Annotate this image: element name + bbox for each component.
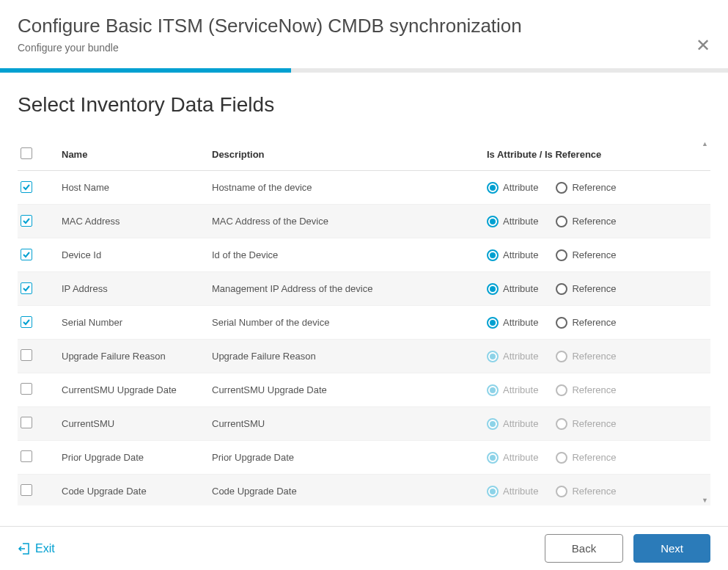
row-description: CurrentSMU Upgrade Date (212, 384, 487, 395)
row-checkbox[interactable] (21, 181, 32, 193)
radio-icon (556, 249, 567, 261)
row-checkbox[interactable] (21, 349, 32, 361)
radio-icon (556, 384, 567, 396)
table-row: Prior Upgrade DatePrior Upgrade DateAttr… (18, 441, 710, 475)
radio-icon (487, 351, 499, 362)
radio-icon (487, 452, 499, 464)
radio-icon (487, 283, 499, 295)
page-subtitle: Configure your bundle (18, 42, 710, 54)
table-row: CurrentSMU Upgrade DateCurrentSMU Upgrad… (18, 373, 710, 407)
row-description: Upgrade Failure Reason (212, 351, 487, 362)
radio-attribute-label: Attribute (503, 452, 538, 463)
row-checkbox[interactable] (21, 417, 32, 428)
radio-attribute-label: Attribute (503, 182, 538, 193)
row-name: Prior Upgrade Date (62, 452, 212, 463)
row-checkbox[interactable] (21, 282, 32, 294)
row-description: Serial Number of the device (212, 317, 487, 328)
row-description: Code Upgrade Date (212, 486, 487, 497)
radio-reference[interactable]: Reference (556, 317, 616, 329)
radio-attribute: Attribute (487, 351, 538, 362)
table-row: Serial NumberSerial Number of the device… (18, 306, 710, 340)
radio-attribute-label: Attribute (503, 317, 538, 328)
radio-reference[interactable]: Reference (556, 249, 616, 261)
row-description: Id of the Device (212, 249, 487, 260)
row-checkbox[interactable] (21, 484, 32, 496)
radio-group: AttributeReference (487, 216, 707, 227)
content-area: Select Inventory Data Fields ▲ Name Desc… (0, 73, 728, 505)
radio-icon (556, 283, 567, 295)
row-description: Prior Upgrade Date (212, 452, 487, 463)
radio-reference[interactable]: Reference (556, 216, 616, 227)
radio-reference: Reference (556, 351, 616, 362)
radio-attribute[interactable]: Attribute (487, 283, 538, 295)
radio-group: AttributeReference (487, 418, 707, 430)
scroll-down-icon[interactable]: ▼ (702, 497, 708, 504)
exit-label: Exit (35, 542, 55, 555)
table-row: Code Upgrade DateCode Upgrade DateAttrib… (18, 475, 710, 505)
radio-attribute: Attribute (487, 384, 538, 396)
footer: Exit Back Next (0, 526, 728, 570)
row-name: Code Upgrade Date (62, 486, 212, 497)
radio-group: AttributeReference (487, 317, 707, 329)
radio-icon (556, 351, 567, 362)
table-header-row: Name Description Is Attribute / Is Refer… (18, 139, 710, 171)
row-checkbox[interactable] (21, 316, 32, 328)
radio-reference-label: Reference (572, 216, 616, 227)
radio-reference: Reference (556, 384, 616, 396)
radio-reference[interactable]: Reference (556, 182, 616, 194)
table-body: Host NameHostname of the deviceAttribute… (18, 171, 710, 505)
row-name: Device Id (62, 249, 212, 260)
row-description: Hostname of the device (212, 182, 487, 193)
row-name: Upgrade Failure Reason (62, 351, 212, 362)
close-icon: ✕ (696, 35, 710, 55)
radio-attribute[interactable]: Attribute (487, 216, 538, 227)
close-button[interactable]: ✕ (696, 37, 710, 54)
row-name: CurrentSMU Upgrade Date (62, 384, 212, 395)
row-checkbox[interactable] (21, 383, 32, 395)
header-attr-ref: Is Attribute / Is Reference (487, 149, 707, 160)
next-button[interactable]: Next (633, 534, 710, 563)
radio-icon (487, 249, 499, 261)
radio-icon (556, 182, 567, 194)
radio-attribute-label: Attribute (503, 216, 538, 227)
table-row: Host NameHostname of the deviceAttribute… (18, 171, 710, 205)
radio-reference: Reference (556, 418, 616, 430)
radio-attribute-label: Attribute (503, 418, 538, 429)
row-name: MAC Address (62, 216, 212, 227)
radio-group: AttributeReference (487, 182, 707, 194)
radio-icon (556, 452, 567, 464)
back-button[interactable]: Back (545, 534, 623, 563)
radio-icon (556, 317, 567, 329)
page-title: Configure Basic ITSM (ServiceNow) CMDB s… (18, 15, 710, 37)
inventory-table: ▲ Name Description Is Attribute / Is Ref… (18, 139, 710, 505)
radio-attribute[interactable]: Attribute (487, 317, 538, 329)
footer-buttons: Back Next (545, 534, 710, 563)
header-description: Description (212, 149, 487, 160)
exit-icon (18, 542, 31, 555)
radio-reference-label: Reference (572, 452, 616, 463)
radio-icon (556, 486, 567, 497)
radio-group: AttributeReference (487, 452, 707, 464)
radio-attribute-label: Attribute (503, 351, 538, 362)
table-row: MAC AddressMAC Address of the DeviceAttr… (18, 205, 710, 238)
radio-attribute: Attribute (487, 418, 538, 430)
radio-reference: Reference (556, 452, 616, 464)
radio-reference: Reference (556, 486, 616, 497)
radio-attribute-label: Attribute (503, 384, 538, 395)
row-checkbox[interactable] (21, 249, 32, 260)
exit-button[interactable]: Exit (18, 542, 55, 555)
row-name: Serial Number (62, 317, 212, 328)
radio-attribute-label: Attribute (503, 249, 538, 260)
radio-reference-label: Reference (572, 283, 616, 294)
scroll-up-icon[interactable]: ▲ (702, 140, 708, 147)
radio-icon (487, 384, 499, 396)
row-checkbox[interactable] (21, 215, 32, 227)
header-name: Name (62, 149, 212, 160)
row-checkbox[interactable] (21, 450, 32, 462)
radio-reference[interactable]: Reference (556, 283, 616, 295)
select-all-checkbox[interactable] (21, 147, 32, 159)
radio-group: AttributeReference (487, 249, 707, 261)
row-name: CurrentSMU (62, 418, 212, 429)
radio-attribute[interactable]: Attribute (487, 249, 538, 261)
radio-attribute[interactable]: Attribute (487, 182, 538, 194)
